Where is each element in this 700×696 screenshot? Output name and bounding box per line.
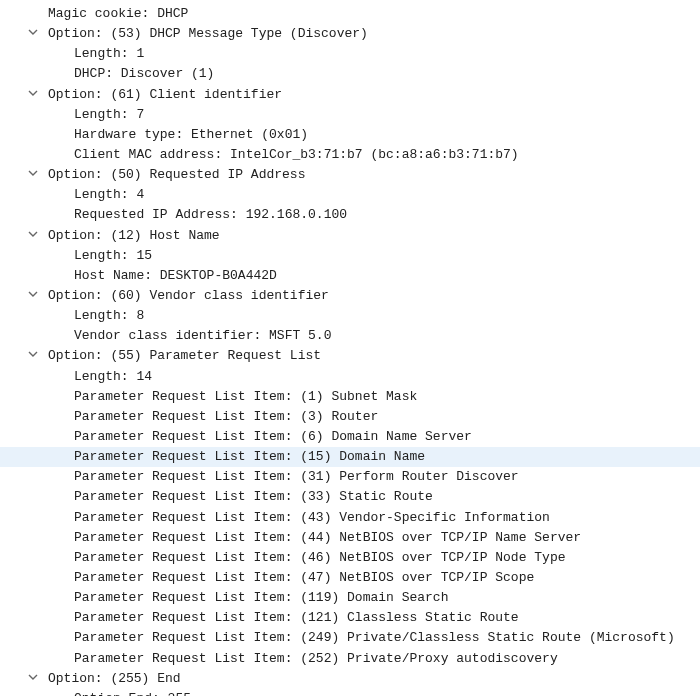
tree-row-text: Option: (61) Client identifier: [48, 87, 282, 102]
tree-row[interactable]: Option: (53) DHCP Message Type (Discover…: [0, 24, 700, 44]
tree-row-text: Length: 15: [74, 248, 152, 263]
tree-row-text: Parameter Request List Item: (119) Domai…: [74, 590, 448, 605]
tree-row-text: Vendor class identifier: MSFT 5.0: [74, 328, 331, 343]
tree-row[interactable]: Parameter Request List Item: (249) Priva…: [0, 628, 700, 648]
tree-row[interactable]: Length: 1: [0, 44, 700, 64]
tree-row[interactable]: Option: (55) Parameter Request List: [0, 346, 700, 366]
tree-row-text: Length: 4: [74, 187, 144, 202]
tree-row-text: Length: 8: [74, 308, 144, 323]
tree-row[interactable]: Parameter Request List Item: (1) Subnet …: [0, 387, 700, 407]
tree-row-text: Option: (12) Host Name: [48, 228, 220, 243]
packet-details-tree: Magic cookie: DHCPOption: (53) DHCP Mess…: [0, 0, 700, 696]
tree-row[interactable]: Option: (50) Requested IP Address: [0, 165, 700, 185]
tree-row[interactable]: Parameter Request List Item: (46) NetBIO…: [0, 548, 700, 568]
tree-row-text: Parameter Request List Item: (6) Domain …: [74, 429, 472, 444]
tree-row-text: Parameter Request List Item: (249) Priva…: [74, 630, 675, 645]
tree-row-text: DHCP: Discover (1): [74, 66, 214, 81]
tree-row[interactable]: Length: 7: [0, 105, 700, 125]
tree-row-text: Parameter Request List Item: (252) Priva…: [74, 651, 558, 666]
tree-row-text: Option: (60) Vendor class identifier: [48, 288, 329, 303]
chevron-down-icon[interactable]: [28, 286, 42, 306]
chevron-down-icon[interactable]: [28, 346, 42, 366]
tree-row-text: Parameter Request List Item: (46) NetBIO…: [74, 550, 565, 565]
tree-row[interactable]: Magic cookie: DHCP: [0, 4, 700, 24]
tree-row-text: Option: (50) Requested IP Address: [48, 167, 305, 182]
tree-row[interactable]: Length: 14: [0, 367, 700, 387]
chevron-down-icon[interactable]: [28, 85, 42, 105]
tree-row[interactable]: Length: 4: [0, 185, 700, 205]
tree-row-text: Hardware type: Ethernet (0x01): [74, 127, 308, 142]
tree-row[interactable]: Length: 15: [0, 246, 700, 266]
tree-row-text: Host Name: DESKTOP-B0A442D: [74, 268, 277, 283]
tree-row[interactable]: Option: (60) Vendor class identifier: [0, 286, 700, 306]
tree-row-text: Option: (55) Parameter Request List: [48, 348, 321, 363]
tree-row[interactable]: Parameter Request List Item: (252) Priva…: [0, 649, 700, 669]
chevron-down-icon[interactable]: [28, 669, 42, 689]
tree-row[interactable]: Parameter Request List Item: (43) Vendor…: [0, 508, 700, 528]
tree-row-text: Parameter Request List Item: (47) NetBIO…: [74, 570, 534, 585]
tree-row[interactable]: Length: 8: [0, 306, 700, 326]
tree-row-text: Parameter Request List Item: (43) Vendor…: [74, 510, 550, 525]
tree-row-text: Parameter Request List Item: (121) Class…: [74, 610, 519, 625]
tree-row-text: Option: (53) DHCP Message Type (Discover…: [48, 26, 368, 41]
tree-row[interactable]: DHCP: Discover (1): [0, 64, 700, 84]
chevron-down-icon[interactable]: [28, 24, 42, 44]
tree-row[interactable]: Requested IP Address: 192.168.0.100: [0, 205, 700, 225]
tree-row-text: Parameter Request List Item: (44) NetBIO…: [74, 530, 581, 545]
tree-row[interactable]: Parameter Request List Item: (33) Static…: [0, 487, 700, 507]
tree-row[interactable]: Parameter Request List Item: (47) NetBIO…: [0, 568, 700, 588]
tree-row[interactable]: Option End: 255: [0, 689, 700, 696]
tree-row-text: Client MAC address: IntelCor_b3:71:b7 (b…: [74, 147, 519, 162]
tree-row[interactable]: Parameter Request List Item: (121) Class…: [0, 608, 700, 628]
tree-row[interactable]: Option: (12) Host Name: [0, 226, 700, 246]
tree-row[interactable]: Option: (255) End: [0, 669, 700, 689]
tree-row-text: Magic cookie: DHCP: [48, 6, 188, 21]
tree-row-text: Option: (255) End: [48, 671, 181, 686]
tree-row[interactable]: Client MAC address: IntelCor_b3:71:b7 (b…: [0, 145, 700, 165]
tree-row-text: Requested IP Address: 192.168.0.100: [74, 207, 347, 222]
chevron-down-icon[interactable]: [28, 226, 42, 246]
tree-row[interactable]: Parameter Request List Item: (15) Domain…: [0, 447, 700, 467]
tree-row-text: Length: 7: [74, 107, 144, 122]
tree-row-text: Parameter Request List Item: (15) Domain…: [74, 449, 425, 464]
tree-row-text: Option End: 255: [74, 691, 191, 696]
tree-row-text: Length: 1: [74, 46, 144, 61]
tree-row-text: Parameter Request List Item: (31) Perfor…: [74, 469, 519, 484]
tree-row-text: Length: 14: [74, 369, 152, 384]
tree-row[interactable]: Hardware type: Ethernet (0x01): [0, 125, 700, 145]
tree-row[interactable]: Parameter Request List Item: (3) Router: [0, 407, 700, 427]
tree-row-text: Parameter Request List Item: (1) Subnet …: [74, 389, 417, 404]
tree-row[interactable]: Parameter Request List Item: (6) Domain …: [0, 427, 700, 447]
tree-row[interactable]: Host Name: DESKTOP-B0A442D: [0, 266, 700, 286]
tree-row-text: Parameter Request List Item: (3) Router: [74, 409, 378, 424]
tree-row[interactable]: Parameter Request List Item: (119) Domai…: [0, 588, 700, 608]
chevron-down-icon[interactable]: [28, 165, 42, 185]
tree-row-text: Parameter Request List Item: (33) Static…: [74, 489, 433, 504]
tree-row[interactable]: Vendor class identifier: MSFT 5.0: [0, 326, 700, 346]
tree-row[interactable]: Parameter Request List Item: (31) Perfor…: [0, 467, 700, 487]
tree-row[interactable]: Option: (61) Client identifier: [0, 85, 700, 105]
tree-row[interactable]: Parameter Request List Item: (44) NetBIO…: [0, 528, 700, 548]
